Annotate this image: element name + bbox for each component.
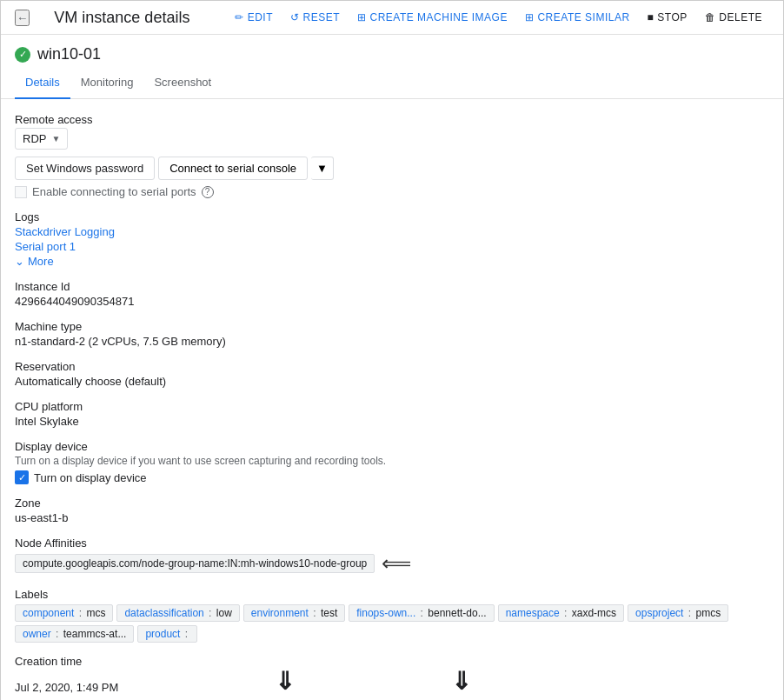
- back-icon: ←: [17, 11, 28, 24]
- instance-name: win10-01: [37, 45, 101, 63]
- rdp-value: RDP: [23, 132, 46, 145]
- label-value: pmcs: [695, 607, 721, 619]
- instance-id-value: 4296644049090354871: [15, 295, 769, 308]
- labels-row: component : mcsdataclassification : lowe…: [15, 604, 769, 643]
- back-button[interactable]: ←: [15, 10, 30, 26]
- header-actions: ✏ EDIT ↺ RESET ⊞ CREATE MACHINE IMAGE ⊞ …: [228, 8, 769, 27]
- instance-id-label: Instance Id: [15, 280, 769, 293]
- node-affinity-tag: compute.googleapis.com/node-group-name:I…: [15, 554, 375, 573]
- tab-screenshot[interactable]: Screenshot: [143, 67, 222, 99]
- label-key: environment: [251, 607, 309, 619]
- creation-time-section: Creation time Jul 2, 2020, 1:49 PM ⇓ ⇓: [15, 655, 769, 694]
- rdp-row: RDP ▼: [15, 128, 769, 150]
- cpu-platform-section: CPU platform Intel Skylake: [15, 400, 769, 428]
- rdp-select[interactable]: RDP ▼: [15, 128, 68, 150]
- display-device-checkbox[interactable]: [15, 470, 29, 484]
- create-similar-icon: ⊞: [525, 11, 535, 23]
- label-chip: opsproject : pmcs: [628, 604, 728, 622]
- arrow-right-icon: ⟸: [382, 551, 411, 576]
- label-key: dataclassification: [124, 607, 203, 619]
- instance-id-section: Instance Id 4296644049090354871: [15, 280, 769, 308]
- label-key: owner: [23, 628, 51, 640]
- reservation-value: Automatically choose (default): [15, 375, 769, 388]
- label-chip: owner : teammcs-at...: [15, 625, 134, 643]
- label-chip: product :: [137, 625, 197, 643]
- page-title: VM instance details: [54, 9, 189, 27]
- stackdriver-logging-link[interactable]: Stackdriver Logging: [15, 225, 769, 238]
- display-device-description: Turn on a display device if you want to …: [15, 455, 769, 467]
- down-arrow-2: ⇓: [451, 670, 471, 694]
- more-chevron-icon: ⌄: [15, 255, 24, 268]
- zone-section: Zone us-east1-b: [15, 497, 769, 524]
- more-label: More: [28, 255, 54, 268]
- more-logs-link[interactable]: ⌄ More: [15, 255, 769, 268]
- create-machine-image-icon: ⊞: [357, 11, 367, 23]
- cpu-platform-value: Intel Skylake: [15, 415, 769, 428]
- stop-icon: ■: [648, 11, 654, 23]
- connect-row: Set Windows password Connect to serial c…: [15, 157, 769, 180]
- status-icon: [15, 47, 30, 63]
- page-container: ← VM instance details ✏ EDIT ↺ RESET ⊞ C…: [0, 0, 784, 700]
- creation-time-label: Creation time: [15, 655, 769, 668]
- label-chip: namespace : xaxd-mcs: [498, 604, 624, 622]
- header: ← VM instance details ✏ EDIT ↺ RESET ⊞ C…: [1, 1, 783, 35]
- zone-label: Zone: [15, 497, 769, 510]
- label-key: opsproject: [635, 607, 683, 619]
- display-device-section: Display device Turn on a display device …: [15, 440, 769, 484]
- connect-serial-button[interactable]: Connect to serial console: [158, 157, 308, 180]
- label-chip: component : mcs: [15, 604, 113, 622]
- label-chip: environment : test: [243, 604, 345, 622]
- label-key: component: [23, 607, 74, 619]
- create-machine-image-button[interactable]: ⊞ CREATE MACHINE IMAGE: [350, 8, 515, 27]
- label-value: low: [216, 607, 232, 619]
- serial-ports-help-icon[interactable]: ?: [202, 186, 214, 198]
- reservation-section: Reservation Automatically choose (defaul…: [15, 360, 769, 388]
- cpu-platform-label: CPU platform: [15, 400, 769, 413]
- serial-ports-checkbox[interactable]: [15, 186, 27, 198]
- down-arrow-1: ⇓: [275, 670, 295, 694]
- label-key: finops-own...: [356, 607, 415, 619]
- label-value: teammcs-at...: [63, 628, 127, 640]
- label-key: namespace: [506, 607, 560, 619]
- edit-button[interactable]: ✏ EDIT: [228, 8, 280, 27]
- remote-access-label: Remote access: [15, 113, 769, 126]
- label-chip: finops-own... : bennett-do...: [349, 604, 494, 622]
- connect-serial-dropdown[interactable]: ▼: [311, 157, 334, 180]
- zone-value: us-east1-b: [15, 511, 769, 524]
- serial-ports-label: Enable connecting to serial ports: [32, 185, 196, 198]
- tab-monitoring[interactable]: Monitoring: [70, 67, 144, 99]
- create-similar-button[interactable]: ⊞ CREATE SIMILAR: [518, 8, 637, 27]
- rdp-dropdown-arrow: ▼: [51, 134, 60, 143]
- display-device-label: Display device: [15, 440, 769, 453]
- tab-details[interactable]: Details: [15, 67, 70, 99]
- display-device-checkbox-row: Turn on display device: [15, 470, 769, 484]
- set-windows-password-button[interactable]: Set Windows password: [15, 157, 155, 180]
- creation-time-value: Jul 2, 2020, 1:49 PM: [15, 681, 118, 694]
- labels-section: Labels component : mcsdataclassification…: [15, 588, 769, 643]
- instance-header: win10-01: [1, 35, 783, 63]
- label-value: xaxd-mcs: [572, 607, 616, 619]
- node-affinities-section: Node Affinities compute.googleapis.com/n…: [15, 537, 769, 576]
- logs-section: Logs Stackdriver Logging Serial port 1 ⌄…: [15, 210, 769, 268]
- label-value: test: [321, 607, 337, 619]
- labels-label: Labels: [15, 588, 769, 601]
- remote-access-section: Remote access RDP ▼ Set Windows password…: [15, 113, 769, 198]
- reset-icon: ↺: [290, 11, 300, 23]
- serial-ports-row: Enable connecting to serial ports ?: [15, 185, 769, 198]
- label-value: mcs: [86, 607, 105, 619]
- label-value: bennett-do...: [428, 607, 486, 619]
- display-device-checkbox-label: Turn on display device: [34, 471, 147, 484]
- edit-icon: ✏: [235, 11, 244, 23]
- delete-icon: 🗑: [705, 11, 716, 23]
- delete-button[interactable]: 🗑 DELETE: [698, 8, 769, 27]
- label-chip: dataclassification : low: [116, 604, 239, 622]
- label-key: product: [145, 628, 180, 640]
- machine-type-label: Machine type: [15, 320, 769, 333]
- reservation-label: Reservation: [15, 360, 769, 373]
- content: Remote access RDP ▼ Set Windows password…: [1, 99, 783, 700]
- reset-button[interactable]: ↺ RESET: [283, 8, 347, 27]
- serial-port-link[interactable]: Serial port 1: [15, 240, 769, 253]
- machine-type-section: Machine type n1-standard-2 (2 vCPUs, 7.5…: [15, 320, 769, 348]
- stop-button[interactable]: ■ STOP: [641, 8, 694, 27]
- node-affinities-label: Node Affinities: [15, 537, 769, 550]
